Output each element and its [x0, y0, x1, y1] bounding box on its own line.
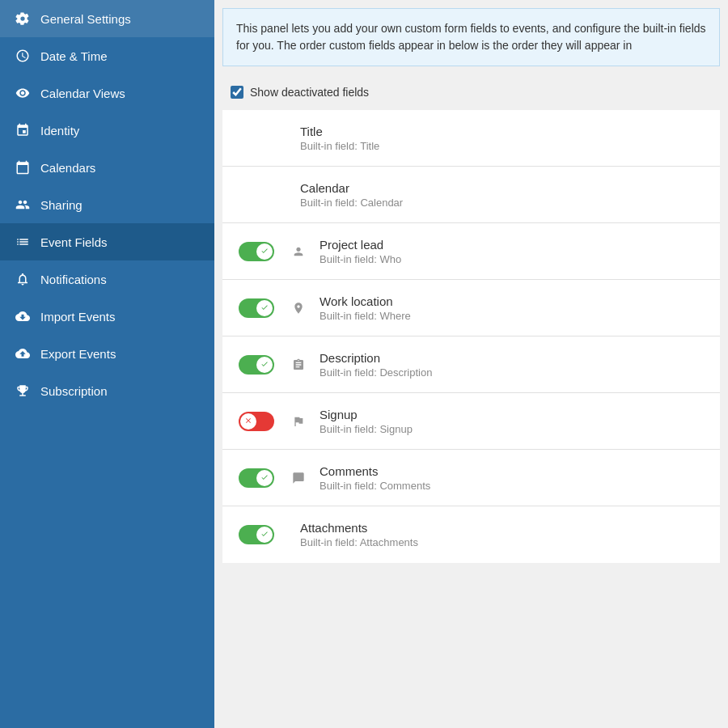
toggle-knob-comments: [256, 470, 273, 486]
info-text: This panel lets you add your own custom …: [236, 22, 706, 52]
field-name-signup: Signup: [320, 408, 704, 421]
toggle-knob-attachments: [256, 527, 273, 543]
sidebar-item-label-identity: Identity: [40, 124, 79, 138]
sidebar-item-calendar-views[interactable]: Calendar Views: [0, 74, 214, 112]
sidebar-item-event-fields[interactable]: Event Fields: [0, 223, 214, 260]
event-fields-icon: [15, 234, 31, 250]
sidebar-item-notifications[interactable]: Notifications: [0, 260, 214, 298]
sidebar-item-calendars[interactable]: Calendars: [0, 149, 214, 186]
field-row-calendar: CalendarBuilt-in field: Calendar: [222, 167, 720, 223]
subscription-icon: [15, 383, 31, 399]
field-sub-title: Built-in field: Title: [300, 140, 704, 152]
field-name-project-lead: Project lead: [320, 238, 704, 252]
field-text-calendar: CalendarBuilt-in field: Calendar: [300, 181, 704, 209]
field-text-work-location: Work locationBuilt-in field: Where: [320, 294, 704, 322]
field-text-title: TitleBuilt-in field: Title: [300, 125, 704, 152]
field-sub-project-lead: Built-in field: Who: [320, 253, 704, 265]
toggle-project-lead[interactable]: [239, 242, 274, 261]
date-time-icon: [15, 48, 31, 64]
sidebar-item-subscription[interactable]: Subscription: [0, 372, 214, 409]
toggle-check-description: [260, 360, 269, 370]
toggle-description[interactable]: [239, 355, 274, 375]
sidebar-item-label-export-events: Export Events: [40, 347, 116, 361]
field-row-signup: SignupBuilt-in field: Signup: [222, 393, 720, 450]
sidebar-item-date-time[interactable]: Date & Time: [0, 37, 214, 74]
field-sub-attachments: Built-in field: Attachments: [300, 536, 704, 548]
toggle-check-signup: [244, 417, 252, 426]
sidebar-item-label-subscription: Subscription: [40, 384, 108, 398]
show-deactivated-checkbox[interactable]: [231, 86, 243, 99]
calendars-icon: [15, 159, 31, 176]
sidebar-item-label-calendar-views: Calendar Views: [40, 87, 125, 100]
notifications-icon: [15, 271, 31, 287]
toggle-comments[interactable]: [239, 468, 274, 488]
field-row-comments: CommentsBuilt-in field: Comments: [222, 450, 720, 506]
field-sub-signup: Built-in field: Signup: [320, 423, 704, 435]
field-text-project-lead: Project leadBuilt-in field: Who: [320, 238, 704, 265]
sidebar-item-label-general-settings: General Settings: [40, 12, 131, 26]
sidebar: General SettingsDate & TimeCalendar View…: [0, 0, 214, 728]
fields-list: TitleBuilt-in field: TitleCalendarBuilt-…: [222, 110, 720, 563]
toggle-check-comments: [260, 473, 269, 483]
main-content: This panel lets you add your own custom …: [214, 0, 728, 728]
sidebar-item-label-import-events: Import Events: [40, 310, 116, 324]
info-panel: This panel lets you add your own custom …: [222, 8, 720, 66]
sidebar-item-export-events[interactable]: Export Events: [0, 335, 214, 372]
toggle-area-attachments: [239, 525, 277, 544]
import-events-icon: [15, 308, 31, 324]
sidebar-item-label-date-time: Date & Time: [40, 49, 108, 63]
toggle-knob-signup: [240, 413, 256, 430]
field-name-attachments: Attachments: [300, 521, 704, 535]
toggle-check-attachments: [260, 530, 269, 540]
sharing-icon: [15, 197, 31, 213]
field-sub-description: Built-in field: Description: [320, 366, 704, 379]
show-deactivated-row: Show deactivated fields: [214, 74, 728, 110]
field-row-description: DescriptionBuilt-in field: Description: [222, 336, 720, 393]
export-events-icon: [15, 345, 31, 362]
toggle-work-location[interactable]: [239, 298, 274, 318]
toggle-area-comments: [239, 468, 277, 488]
field-row-project-lead: Project leadBuilt-in field: Who: [222, 223, 720, 280]
toggle-check-work-location: [260, 303, 269, 313]
toggle-area-description: [239, 355, 277, 375]
toggle-signup[interactable]: [239, 412, 274, 431]
sidebar-item-import-events[interactable]: Import Events: [0, 298, 214, 335]
field-name-comments: Comments: [320, 464, 704, 478]
sidebar-item-label-event-fields: Event Fields: [40, 235, 108, 249]
field-row-title: TitleBuilt-in field: Title: [222, 110, 720, 167]
field-icon-description: [289, 358, 308, 371]
toggle-knob-project-lead: [256, 243, 273, 260]
show-deactivated-label: Show deactivated fields: [250, 86, 369, 99]
toggle-attachments[interactable]: [239, 525, 274, 544]
field-sub-calendar: Built-in field: Calendar: [300, 197, 704, 209]
general-settings-icon: [15, 11, 31, 27]
field-sub-comments: Built-in field: Comments: [320, 480, 704, 492]
calendar-views-icon: [15, 85, 31, 101]
field-row-work-location: Work locationBuilt-in field: Where: [222, 280, 720, 336]
sidebar-item-general-settings[interactable]: General Settings: [0, 0, 214, 37]
field-name-calendar: Calendar: [300, 181, 704, 195]
identity-icon: [15, 122, 31, 138]
field-icon-project-lead: [289, 245, 308, 258]
field-text-comments: CommentsBuilt-in field: Comments: [320, 464, 704, 492]
sidebar-item-identity[interactable]: Identity: [0, 112, 214, 149]
field-name-title: Title: [300, 125, 704, 138]
field-icon-signup: [289, 415, 308, 428]
field-sub-work-location: Built-in field: Where: [320, 310, 704, 322]
sidebar-item-label-notifications: Notifications: [40, 273, 107, 286]
toggle-knob-description: [256, 357, 273, 373]
field-icon-work-location: [289, 302, 308, 315]
toggle-check-project-lead: [260, 247, 269, 256]
field-row-attachments: AttachmentsBuilt-in field: Attachments: [222, 506, 720, 563]
field-text-attachments: AttachmentsBuilt-in field: Attachments: [300, 521, 704, 548]
sidebar-item-label-calendars: Calendars: [40, 161, 95, 175]
sidebar-item-sharing[interactable]: Sharing: [0, 186, 214, 223]
field-icon-comments: [289, 472, 308, 485]
field-name-description: Description: [320, 351, 704, 365]
toggle-knob-work-location: [256, 300, 273, 316]
sidebar-item-label-sharing: Sharing: [40, 198, 83, 212]
field-text-description: DescriptionBuilt-in field: Description: [320, 351, 704, 379]
toggle-area-work-location: [239, 298, 277, 318]
toggle-area-signup: [239, 412, 277, 431]
toggle-area-project-lead: [239, 242, 277, 261]
